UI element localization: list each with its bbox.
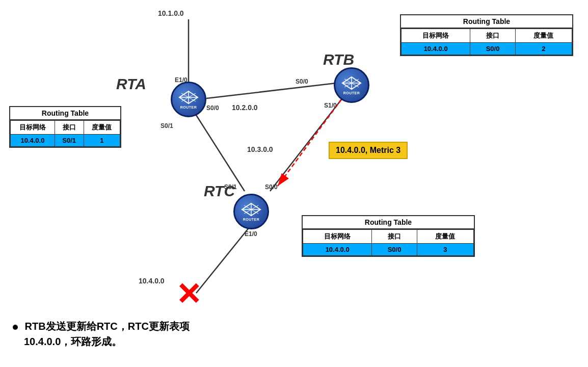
metric-text: 10.4.0.0, Metric 3 — [336, 146, 400, 154]
rtc-row-metric: 3 — [417, 244, 473, 256]
rtc-router-label: ROUTER — [243, 218, 260, 221]
routing-table-rtb: Routing Table 目标网络 接口 度量值 10.4.0.0 S0/0 … — [400, 14, 573, 56]
router-rtc: ROUTER — [233, 194, 269, 229]
svg-line-2 — [194, 111, 245, 191]
rta-row-dest: 10.4.0.0 — [11, 135, 55, 147]
routing-table-rtc: Routing Table 目标网络 接口 度量值 10.4.0.0 S0/0 … — [302, 215, 475, 257]
rta-col-metric: 度量值 — [84, 121, 120, 135]
rtb-col-metric: 度量值 — [515, 29, 572, 43]
rtb-row-metric: 2 — [515, 43, 572, 55]
rta-label: RTA — [116, 75, 146, 93]
rtb-table-row: 10.4.0.0 S0/0 2 — [402, 43, 572, 55]
rta-col-dest: 目标网络 — [11, 121, 55, 135]
broken-link-x: ✕ — [176, 279, 201, 310]
rtb-label: RTB — [323, 51, 354, 68]
if-rta-e10: E1/0 — [175, 76, 188, 84]
main-diagram: 10.1.0.0 ROUTER RTA ROUTER — [0, 0, 588, 367]
if-rta-s01: S0/1 — [161, 122, 173, 129]
network-label-n4: 10.4.0.0 — [139, 277, 165, 285]
rtb-row-dest: 10.4.0.0 — [402, 43, 470, 55]
rtb-table-title: Routing Table — [401, 15, 572, 29]
rtb-row-if: S0/0 — [470, 43, 515, 55]
routing-table-rta: Routing Table 目标网络 接口 度量值 10.4.0.0 S0/1 … — [9, 106, 121, 148]
router-rtb: ROUTER — [334, 67, 369, 103]
rtc-table-row: 10.4.0.0 S0/0 3 — [303, 244, 474, 256]
network-label-n2: 10.2.0.0 — [232, 103, 258, 112]
bottom-line2: 10.4.0.0，环路形成。 — [24, 336, 122, 347]
rtc-row-if: S0/0 — [372, 244, 417, 256]
rta-col-if: 接口 — [55, 121, 84, 135]
bottom-line1: RTB发送更新给RTC，RTC更新表项 — [25, 321, 190, 332]
rtb-router-label: ROUTER — [343, 91, 360, 95]
if-rtb-s10: S1/0 — [324, 102, 337, 109]
if-rtc-s00: S0/0 — [265, 184, 278, 191]
bullet-icon — [13, 325, 18, 330]
if-rta-s00: S0/0 — [206, 104, 219, 112]
rtc-col-dest: 目标网络 — [303, 230, 372, 244]
rta-router-label: ROUTER — [180, 106, 197, 109]
rtb-col-if: 接口 — [470, 29, 515, 43]
rta-row-metric: 1 — [84, 135, 120, 147]
rtc-table-title: Routing Table — [303, 216, 474, 229]
if-rtc-e10: E1/0 — [245, 230, 257, 238]
svg-line-4 — [196, 227, 250, 293]
if-rtc-s01: S0/1 — [224, 184, 237, 191]
rtc-col-if: 接口 — [372, 230, 417, 244]
rta-row-if: S0/1 — [55, 135, 84, 147]
bottom-description: RTB发送更新给RTC，RTC更新表项 10.4.0.0，环路形成。 — [13, 319, 190, 349]
router-rta: ROUTER — [171, 82, 206, 117]
rta-table-row: 10.4.0.0 S0/1 1 — [11, 135, 120, 147]
rta-table-title: Routing Table — [10, 107, 120, 120]
svg-line-1 — [206, 83, 336, 98]
network-label-n1: 10.1.0.0 — [158, 9, 184, 17]
metric-label-box: 10.4.0.0, Metric 3 — [329, 142, 408, 159]
rtc-row-dest: 10.4.0.0 — [303, 244, 372, 256]
if-rtb-s00: S0/0 — [296, 78, 308, 85]
rtc-col-metric: 度量值 — [417, 230, 473, 244]
rtb-col-dest: 目标网络 — [402, 29, 470, 43]
network-label-n3: 10.3.0.0 — [247, 145, 273, 153]
